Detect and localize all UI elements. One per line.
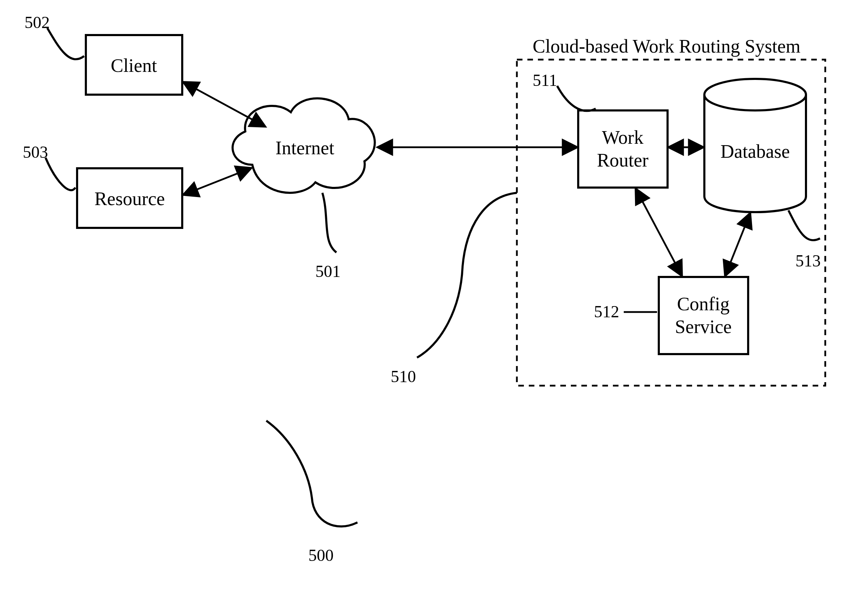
config-service-label-1: Config <box>677 293 729 315</box>
ref-leader-511 <box>557 86 596 111</box>
resource-label: Resource <box>94 188 165 209</box>
ref-leader-502 <box>47 28 84 59</box>
ref-leader-501 <box>322 193 337 253</box>
ref-leader-510 <box>417 193 517 358</box>
config-service-label-2: Service <box>675 316 732 337</box>
svg-rect-2 <box>578 111 667 188</box>
ref-510: 510 <box>391 367 416 386</box>
ref-501: 501 <box>315 262 341 281</box>
arrow-resource-internet <box>184 168 251 195</box>
ref-leader-503 <box>46 158 75 190</box>
arrow-config-database <box>725 214 750 275</box>
ref-513: 513 <box>796 251 821 270</box>
svg-rect-4 <box>659 277 748 354</box>
ref-500: 500 <box>309 546 334 565</box>
database-label: Database <box>720 141 790 162</box>
arrow-workrouter-config <box>636 189 682 275</box>
ref-511: 511 <box>533 71 557 89</box>
ref-512: 512 <box>594 302 619 321</box>
svg-point-3 <box>704 79 806 111</box>
work-router-label-1: Work <box>602 127 644 148</box>
client-label: Client <box>111 55 157 76</box>
resource-node: Resource <box>77 168 182 228</box>
system-title: Cloud-based Work Routing System <box>533 36 800 57</box>
work-router-node: Work Router <box>578 111 667 188</box>
work-router-label-2: Router <box>597 150 649 171</box>
client-node: Client <box>86 35 182 95</box>
database-node: Database <box>704 79 806 212</box>
internet-label: Internet <box>275 138 334 158</box>
config-service-node: Config Service <box>659 277 748 354</box>
arrow-client-internet <box>184 82 264 126</box>
internet-node: Internet <box>233 99 375 193</box>
ref-leader-500 <box>266 421 357 526</box>
ref-503: 503 <box>23 143 48 161</box>
ref-502: 502 <box>25 13 50 31</box>
diagram-canvas: Cloud-based Work Routing System Client 5… <box>0 0 868 596</box>
ref-leader-513 <box>788 210 820 240</box>
